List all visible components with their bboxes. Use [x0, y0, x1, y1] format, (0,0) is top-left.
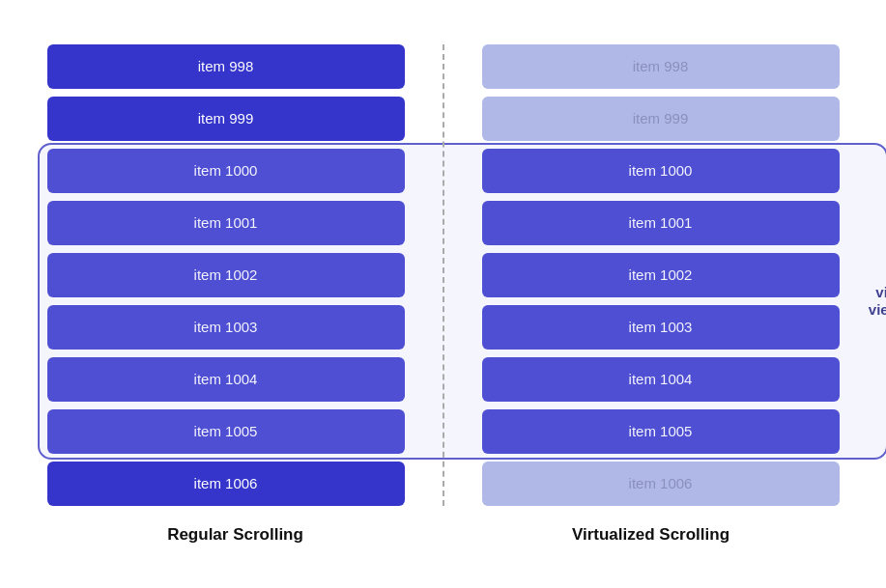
list-item: item 1003 [47, 305, 405, 350]
list-item: item 1002 [47, 253, 405, 297]
list-item: item 1003 [482, 305, 840, 350]
diagram-container: item 998item 999item 1000item 1001item 1… [28, 25, 859, 564]
list-item: item 998 [482, 44, 840, 89]
list-item: item 1006 [47, 462, 405, 506]
list-item: item 1001 [482, 201, 840, 245]
right-column-label: Virtualized Scrolling [443, 525, 859, 545]
list-item: item 999 [47, 97, 405, 141]
columns-wrapper: item 998item 999item 1000item 1001item 1… [28, 44, 859, 506]
list-item: item 998 [47, 44, 405, 89]
viewport-arrow: visible viewport [869, 143, 886, 460]
list-item: item 1001 [47, 201, 405, 245]
list-item: item 1005 [482, 409, 840, 454]
list-item: item 1002 [482, 253, 840, 297]
list-item: item 1004 [47, 357, 405, 402]
labels-row: Regular Scrolling Virtualized Scrolling [28, 525, 859, 545]
list-item: item 1000 [482, 149, 840, 193]
list-item: item 1005 [47, 409, 405, 454]
left-column-label: Regular Scrolling [28, 525, 443, 545]
list-item: item 1000 [47, 149, 405, 193]
list-item: item 999 [482, 97, 840, 141]
column-divider [443, 44, 444, 506]
arrow-label: visible viewport [869, 284, 886, 319]
left-column: item 998item 999item 1000item 1001item 1… [28, 44, 443, 506]
list-item: item 1004 [482, 357, 840, 402]
list-item: item 1006 [482, 462, 840, 506]
right-column: item 998item 999item 1000item 1001item 1… [443, 44, 859, 506]
